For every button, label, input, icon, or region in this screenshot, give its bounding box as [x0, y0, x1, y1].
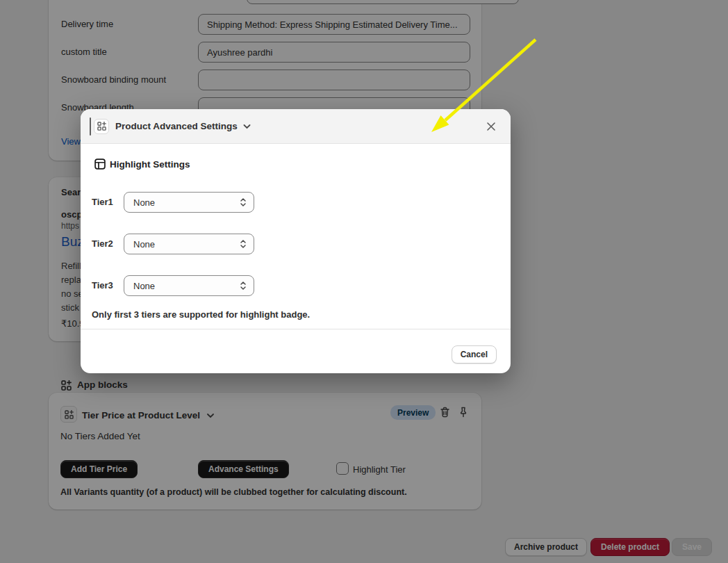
select-value: None [133, 239, 155, 250]
drag-handle [90, 117, 91, 136]
tier3-label: Tier3 [92, 280, 113, 291]
modal-note: Only first 3 tiers are supported for hig… [92, 309, 310, 320]
modal-footer-divider [81, 329, 511, 329]
tier2-select[interactable]: None [124, 234, 254, 254]
tier1-select[interactable]: None [124, 192, 254, 213]
tier2-label: Tier2 [92, 238, 113, 249]
updown-chevron-icon [240, 197, 247, 207]
select-value: None [133, 197, 155, 208]
highlight-settings-icon [94, 158, 106, 170]
chevron-down-icon[interactable] [243, 124, 251, 129]
app-block-icon [94, 119, 109, 134]
updown-chevron-icon [240, 239, 247, 249]
close-icon[interactable] [481, 117, 501, 136]
screen: Delivery time Shipping Method: Express S… [0, 0, 728, 563]
product-advanced-settings-modal: Product Advanced Settings Highlight Sett… [81, 109, 511, 373]
modal-header: Product Advanced Settings [81, 109, 511, 144]
highlight-settings-title: Highlight Settings [110, 159, 190, 170]
modal-title: Product Advanced Settings [115, 121, 238, 131]
tier1-label: Tier1 [92, 197, 113, 207]
select-value: None [133, 281, 155, 291]
tier3-select[interactable]: None [124, 275, 254, 296]
updown-chevron-icon [240, 281, 247, 291]
cancel-button[interactable]: Cancel [452, 345, 497, 364]
